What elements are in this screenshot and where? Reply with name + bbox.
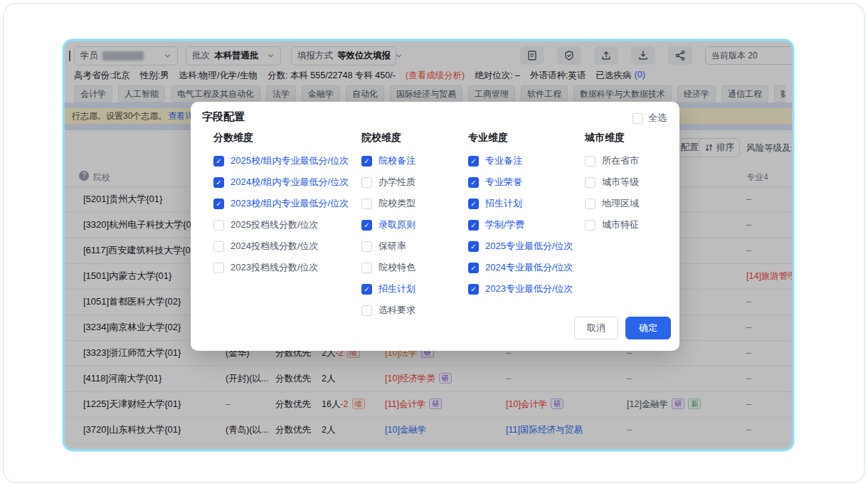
field-label: 保研率: [379, 240, 406, 253]
field-checkbox-item[interactable]: 2023投档线分数/位次: [213, 257, 349, 278]
page: 学员批次本科普通批填报方式等效位次填报 当前版本 20 高考省份:北京性别:男选…: [0, 0, 868, 486]
cancel-button[interactable]: 取消: [574, 317, 618, 339]
field-label: 学制/学费: [485, 218, 525, 231]
field-checkbox-item[interactable]: 院校类型: [361, 193, 416, 214]
field-checkbox-item[interactable]: ✓2025校/组内专业最低分/位次: [213, 150, 349, 171]
field-checkbox-item[interactable]: ✓2024专业最低分/位次: [468, 257, 573, 278]
checkbox[interactable]: [585, 156, 596, 167]
field-checkbox-item[interactable]: ✓2025专业最低分/位次: [468, 236, 573, 257]
field-checkbox-item[interactable]: ✓招生计划: [361, 278, 416, 300]
field-label: 地理区域: [602, 197, 639, 210]
field-label: 2024校/组内专业最低分/位次: [231, 176, 349, 189]
field-checkbox-item[interactable]: ✓院校备注: [361, 150, 416, 171]
field-checkbox-item[interactable]: ✓招生计划: [468, 193, 573, 214]
group-items: ✓院校备注办学性质院校类型✓录取原则保研率院校特色✓招生计划选科要求: [361, 150, 416, 321]
field-checkbox-item[interactable]: 城市等级: [585, 171, 639, 193]
checkbox[interactable]: ✓: [361, 220, 372, 231]
group-title: 专业维度: [468, 132, 573, 144]
modal-group-1: 院校维度✓院校备注办学性质院校类型✓录取原则保研率院校特色✓招生计划选科要求: [361, 132, 416, 321]
checkbox[interactable]: ✓: [361, 156, 372, 167]
checkbox[interactable]: [361, 199, 372, 209]
field-checkbox-item[interactable]: ✓2023校/组内专业最低分/位次: [213, 193, 349, 214]
select-all-checkbox[interactable]: 全选: [633, 112, 667, 125]
checkbox[interactable]: [585, 177, 596, 188]
field-checkbox-item[interactable]: 院校特色: [361, 257, 416, 278]
group-items: 所在省市城市等级地理区域城市特征: [585, 150, 639, 236]
checkbox[interactable]: [361, 177, 372, 188]
field-checkbox-item[interactable]: 地理区域: [585, 193, 639, 214]
field-label: 2023校/组内专业最低分/位次: [231, 197, 349, 210]
field-checkbox-item[interactable]: 2025投档线分数/位次: [213, 214, 349, 236]
checkbox[interactable]: [585, 220, 596, 231]
field-checkbox-item[interactable]: 办学性质: [361, 171, 416, 193]
checkbox[interactable]: ✓: [468, 284, 479, 295]
field-label: 专业荣誉: [485, 176, 522, 189]
field-label: 院校备注: [379, 154, 416, 167]
field-label: 2025投档线分数/位次: [231, 218, 319, 231]
field-checkbox-item[interactable]: 选科要求: [361, 300, 416, 321]
checkbox[interactable]: ✓: [468, 220, 479, 231]
field-label: 招生计划: [485, 197, 522, 210]
checkbox[interactable]: ✓: [213, 156, 224, 167]
group-title: 分数维度: [213, 132, 349, 144]
field-label: 录取原则: [379, 218, 416, 231]
field-label: 2024投档线分数/位次: [231, 240, 319, 253]
checkbox[interactable]: ✓: [213, 199, 224, 209]
modal-title: 字段配置: [202, 110, 245, 124]
field-checkbox-item[interactable]: ✓学制/学费: [468, 214, 573, 236]
checkbox[interactable]: ✓: [361, 284, 372, 295]
modal-group-3: 城市维度所在省市城市等级地理区域城市特征: [585, 132, 639, 236]
modal-group-2: 专业维度✓专业备注✓专业荣誉✓招生计划✓学制/学费✓2025专业最低分/位次✓2…: [468, 132, 573, 300]
field-checkbox-item[interactable]: ✓专业备注: [468, 150, 573, 171]
checkbox[interactable]: [633, 113, 643, 124]
checkbox[interactable]: [213, 263, 224, 273]
checkbox[interactable]: [361, 241, 372, 252]
field-label: 办学性质: [379, 176, 416, 189]
field-label: 2023专业最低分/位次: [485, 282, 573, 295]
field-checkbox-item[interactable]: ✓录取原则: [361, 214, 416, 236]
checkbox[interactable]: ✓: [468, 199, 479, 209]
field-checkbox-item[interactable]: 所在省市: [585, 150, 639, 171]
field-checkbox-item[interactable]: ✓2023专业最低分/位次: [468, 278, 573, 300]
field-label: 2025校/组内专业最低分/位次: [231, 154, 349, 167]
checkbox[interactable]: ✓: [468, 177, 479, 188]
field-checkbox-item[interactable]: ✓2024校/组内专业最低分/位次: [213, 171, 349, 193]
group-title: 院校维度: [361, 132, 416, 144]
checkbox[interactable]: ✓: [213, 177, 224, 188]
checkbox[interactable]: [585, 199, 596, 209]
field-label: 2025专业最低分/位次: [485, 240, 573, 253]
field-label: 选科要求: [379, 304, 416, 317]
checkbox[interactable]: ✓: [468, 156, 479, 167]
field-checkbox-item[interactable]: ✓专业荣誉: [468, 171, 573, 193]
field-label: 所在省市: [602, 154, 639, 167]
field-label: 招生计划: [379, 282, 416, 295]
confirm-button[interactable]: 确定: [625, 317, 671, 339]
app-window: 学员批次本科普通批填报方式等效位次填报 当前版本 20 高考省份:北京性别:男选…: [63, 39, 794, 451]
group-items: ✓专业备注✓专业荣誉✓招生计划✓学制/学费✓2025专业最低分/位次✓2024专…: [468, 150, 573, 300]
group-items: ✓2025校/组内专业最低分/位次✓2024校/组内专业最低分/位次✓2023校…: [213, 150, 349, 278]
field-label: 城市等级: [602, 176, 639, 189]
field-label: 专业备注: [485, 154, 522, 167]
field-label: 2023投档线分数/位次: [231, 261, 319, 274]
field-label: 2024专业最低分/位次: [485, 261, 573, 274]
checkbox[interactable]: [213, 220, 224, 231]
field-checkbox-item[interactable]: 2024投档线分数/位次: [213, 236, 349, 257]
field-checkbox-item[interactable]: 城市特征: [585, 214, 639, 236]
field-label: 院校特色: [379, 261, 416, 274]
modal-group-0: 分数维度✓2025校/组内专业最低分/位次✓2024校/组内专业最低分/位次✓2…: [213, 132, 349, 278]
checkbox[interactable]: [213, 241, 224, 252]
field-checkbox-item[interactable]: 保研率: [361, 236, 416, 257]
select-all-label: 全选: [648, 112, 667, 125]
group-title: 城市维度: [585, 132, 639, 144]
checkbox[interactable]: ✓: [468, 263, 479, 273]
checkbox[interactable]: [361, 305, 372, 316]
checkbox[interactable]: [361, 263, 372, 273]
field-config-modal: 字段配置 全选 分数维度✓2025校/组内专业最低分/位次✓2024校/组内专业…: [191, 102, 679, 351]
checkbox[interactable]: ✓: [468, 241, 479, 252]
field-label: 城市特征: [602, 218, 639, 231]
field-label: 院校类型: [379, 197, 416, 210]
